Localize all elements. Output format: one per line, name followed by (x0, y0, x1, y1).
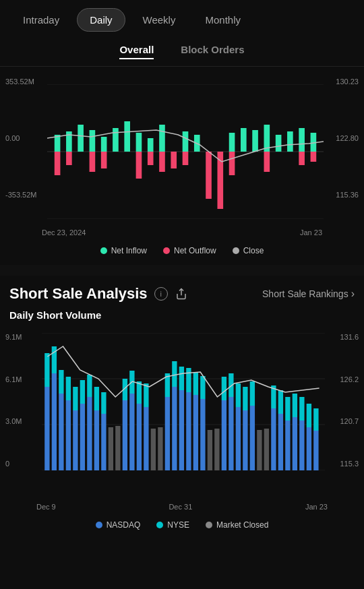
svg-rect-102 (278, 390, 283, 414)
svg-rect-23 (55, 152, 61, 175)
svg-rect-9 (124, 121, 130, 152)
svg-rect-57 (94, 410, 99, 470)
legend-nyse: NYSE (156, 520, 189, 530)
svg-rect-27 (136, 152, 142, 179)
y-axis-right: 130.23 122.80 115.36 (336, 71, 359, 226)
legend-net-outflow: Net Outflow (163, 246, 216, 255)
short-sale-header: Short Sale Analysis i Short Sale Ranking… (0, 276, 364, 305)
info-icon[interactable]: i (154, 287, 168, 301)
svg-rect-77 (179, 390, 184, 470)
tab-monthly[interactable]: Monthly (193, 9, 253, 31)
legend-close: Close (233, 246, 264, 255)
svg-rect-26 (101, 152, 107, 168)
svg-rect-7 (101, 137, 107, 152)
market-closed-dot (206, 522, 212, 528)
svg-rect-83 (200, 399, 205, 470)
section-divider (0, 265, 364, 276)
svg-rect-51 (73, 410, 78, 470)
svg-rect-8 (113, 128, 119, 152)
tab-weekly[interactable]: Weekly (131, 9, 188, 31)
svg-rect-104 (285, 397, 290, 421)
net-outflow-dot (163, 247, 170, 254)
svg-rect-107 (299, 421, 304, 470)
short-sale-chart-section: 9.1M 6.1M 3.0M 0 131.6 126.2 120.7 115.3 (0, 326, 364, 501)
net-inflow-dot (100, 247, 107, 254)
svg-rect-43 (44, 387, 49, 470)
tab-bar: Intraday Daily Weekly Monthly (0, 0, 364, 40)
svg-rect-111 (313, 431, 318, 470)
svg-rect-105 (293, 417, 297, 470)
subtab-overall[interactable]: Overall (119, 44, 154, 59)
nyse-dot (156, 522, 163, 528)
svg-rect-112 (313, 408, 318, 431)
subtab-block-orders[interactable]: Block Orders (181, 44, 244, 59)
legend-nasdaq: NASDAQ (96, 520, 141, 530)
svg-rect-19 (276, 135, 282, 152)
svg-rect-25 (90, 152, 96, 172)
svg-rect-52 (73, 387, 78, 410)
svg-rect-58 (94, 387, 99, 410)
svg-rect-63 (123, 400, 127, 470)
y-axis-left: 353.52M 0.00 -353.52M (5, 71, 36, 226)
svg-rect-36 (299, 152, 305, 165)
svg-rect-28 (148, 152, 154, 165)
x-axis-main: Dec 23, 2024 Jan 23 (0, 226, 364, 239)
svg-rect-56 (87, 375, 92, 397)
svg-rect-15 (229, 133, 235, 152)
x-axis-short: Dec 9 Dec 31 Jan 23 (0, 501, 364, 514)
svg-rect-59 (101, 414, 106, 470)
svg-rect-68 (137, 381, 142, 404)
svg-rect-75 (172, 387, 177, 470)
svg-rect-45 (52, 373, 57, 470)
svg-rect-67 (137, 404, 142, 470)
legend-net-inflow: Net Inflow (100, 246, 147, 255)
svg-rect-5 (78, 125, 84, 152)
svg-rect-61 (109, 427, 113, 470)
svg-rect-89 (229, 397, 233, 470)
svg-rect-70 (144, 383, 148, 407)
main-chart-svg[interactable] (47, 78, 324, 219)
svg-rect-20 (287, 131, 293, 152)
svg-rect-65 (129, 394, 134, 470)
svg-rect-32 (206, 152, 212, 199)
svg-rect-31 (183, 152, 189, 165)
svg-rect-86 (214, 429, 219, 470)
svg-rect-101 (278, 414, 283, 470)
svg-rect-21 (299, 128, 305, 152)
short-sale-rankings-link[interactable]: Short Sale Rankings › (262, 288, 355, 300)
svg-rect-60 (101, 392, 106, 414)
short-y-right: 131.6 126.2 120.7 115.3 (340, 333, 359, 468)
short-chart-svg[interactable] (42, 329, 325, 470)
svg-rect-109 (307, 427, 311, 470)
legend-market-closed: Market Closed (206, 520, 268, 530)
svg-rect-50 (66, 377, 71, 400)
close-dot (233, 247, 239, 254)
short-y-left: 9.1M 6.1M 3.0M 0 (5, 333, 22, 468)
nasdaq-dot (96, 522, 102, 528)
svg-rect-91 (236, 407, 241, 470)
svg-rect-47 (59, 394, 63, 470)
main-chart-legend: Net Inflow Net Outflow Close (0, 239, 364, 261)
svg-rect-92 (236, 383, 241, 407)
svg-rect-106 (293, 394, 297, 417)
svg-rect-76 (172, 361, 177, 387)
svg-rect-37 (311, 152, 317, 162)
svg-rect-87 (222, 400, 226, 470)
svg-rect-53 (80, 404, 85, 470)
svg-rect-95 (250, 406, 255, 470)
share-icon[interactable] (175, 287, 188, 301)
short-sale-title: Short Sale Analysis (9, 285, 148, 303)
svg-rect-88 (222, 377, 226, 400)
svg-rect-84 (200, 376, 205, 399)
svg-rect-82 (193, 372, 198, 395)
svg-rect-72 (158, 427, 162, 470)
svg-rect-34 (229, 152, 235, 175)
svg-rect-108 (299, 397, 304, 421)
tab-daily[interactable]: Daily (77, 8, 125, 32)
svg-rect-80 (186, 368, 191, 392)
svg-rect-97 (257, 430, 262, 470)
svg-rect-103 (285, 421, 290, 470)
tab-intraday[interactable]: Intraday (11, 9, 71, 31)
svg-rect-81 (193, 395, 198, 470)
svg-rect-73 (165, 397, 170, 470)
